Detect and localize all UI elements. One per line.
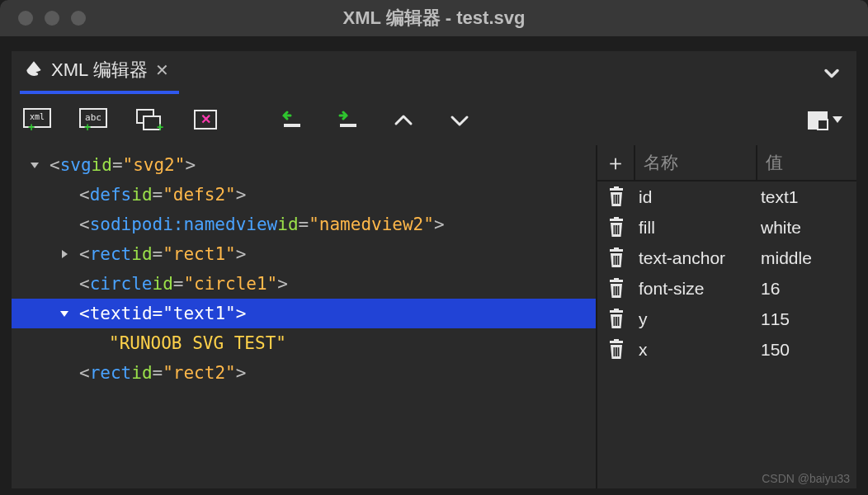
unindent-node-button[interactable] [274,103,309,138]
element-attr-value: "defs2" [163,185,236,205]
tree-row[interactable]: <sodipodi:namedview id="namedview2"> [12,210,596,239]
tree-row[interactable]: <circle id="circle1"> [12,269,596,299]
element-attr-value: "namedview2" [309,214,434,234]
svg-rect-36 [614,309,619,311]
svg-rect-29 [618,256,620,265]
tab-row: XML 编辑器 ✕ [12,51,856,96]
tree-row[interactable]: <rect id="rect1"> [12,239,596,269]
element-attr-name: id [153,274,173,294]
svg-rect-24 [618,225,620,234]
expand-toggle-icon[interactable] [56,305,73,322]
svg-rect-41 [614,339,619,342]
delete-attribute-icon[interactable] [597,248,635,269]
move-node-up-button[interactable] [386,103,421,138]
expand-toggle-icon [56,216,73,233]
close-window-button[interactable] [18,11,33,26]
tab-label: XML 编辑器 [51,58,148,82]
tree-row[interactable]: "RUNOOB SVG TEST" [12,328,596,358]
expand-toggle-icon[interactable] [26,157,43,173]
expand-toggle-icon [56,186,73,203]
attribute-name: text-anchor [635,248,757,268]
watermark: CSDN @baiyu33 [762,472,850,485]
titlebar: XML 编辑器 - test.svg [0,0,868,36]
tree-row[interactable]: <defs id="defs2"> [12,180,596,210]
attr-header-name: 名称 [635,145,757,180]
element-tag: rect [90,244,132,264]
svg-rect-19 [618,195,620,204]
attribute-name: fill [635,218,757,238]
element-attr-value: "svg2" [123,155,186,175]
attribute-value: middle [757,248,856,268]
element-attr-name: id [92,155,112,175]
svg-rect-11 [284,124,300,127]
delete-attribute-icon[interactable] [597,339,635,361]
svg-rect-28 [616,256,617,265]
expand-toggle-icon[interactable] [56,246,73,262]
attribute-row[interactable]: y115 [597,304,856,334]
delete-attribute-icon[interactable] [597,217,635,238]
expand-toggle-icon [86,335,102,351]
attribute-name: x [635,340,757,360]
element-attr-name: id [131,185,152,205]
minimize-window-button[interactable] [45,11,59,26]
new-text-node-button[interactable]: abc + [76,103,111,138]
svg-rect-37 [614,317,616,326]
panel-menu-button[interactable] [815,57,848,90]
svg-rect-17 [614,195,616,204]
attribute-value: 16 [757,279,856,299]
attribute-row[interactable]: fillwhite [597,212,856,243]
tree-row[interactable]: <svg id="svg2"> [12,150,596,180]
element-tag: sodipodi:namedview [90,214,278,234]
element-attr-name: id [131,244,152,264]
zoom-window-button[interactable] [71,11,86,26]
indent-node-button[interactable] [330,103,365,138]
attribute-row[interactable]: idtext1 [597,182,856,212]
element-attr-name: id [277,214,298,234]
duplicate-node-button[interactable]: + [132,103,167,138]
tree-row[interactable]: <rect id="rect2"> [12,358,596,388]
svg-rect-12 [340,124,356,127]
attribute-row[interactable]: text-anchormiddle [597,243,856,273]
layout-toggle-button[interactable] [802,103,848,138]
svg-rect-14 [818,120,828,130]
element-attr-value: "rect1" [163,244,236,264]
element-tag: defs [90,185,132,205]
attribute-value: 115 [757,309,856,329]
expand-toggle-icon [56,365,73,381]
close-tab-icon[interactable]: ✕ [154,62,171,78]
svg-text:+: + [28,120,35,133]
attribute-row[interactable]: font-size16 [597,273,856,304]
element-attr-value: "circle1" [183,274,277,294]
attribute-value: 150 [757,340,856,360]
element-tag: rect [90,363,132,383]
inkscape-icon [23,59,45,81]
element-tag: text [90,304,132,323]
svg-rect-43 [616,347,617,356]
attribute-header: ＋ 名称 值 [597,145,856,182]
svg-rect-32 [614,286,616,295]
svg-rect-16 [614,186,619,189]
element-attr-value: "text1" [163,304,236,323]
new-element-node-button[interactable]: xml + [20,103,54,138]
element-attr-name: id [131,304,152,323]
tab-xml-editor[interactable]: XML 编辑器 ✕ [20,53,179,94]
svg-rect-31 [614,278,619,280]
delete-node-button[interactable]: ✕ [188,103,223,138]
add-attribute-button[interactable]: ＋ [597,145,635,180]
delete-attribute-icon[interactable] [597,278,635,299]
svg-rect-44 [618,347,620,356]
move-node-down-button[interactable] [442,103,477,138]
element-attr-name: id [131,363,152,383]
toolbar: xml + abc + + [12,96,856,145]
delete-attribute-icon[interactable] [597,186,635,208]
tree-row[interactable]: <text id="text1"> [12,299,596,328]
svg-text:✕: ✕ [200,112,211,126]
text-node: "RUNOOB SVG TEST" [109,333,286,353]
element-tag: circle [90,274,153,294]
attribute-row[interactable]: x150 [597,334,856,365]
window-controls [0,11,86,26]
delete-attribute-icon[interactable] [597,309,635,330]
xml-tree[interactable]: <svg id="svg2"><defs id="defs2"><sodipod… [12,145,596,488]
attribute-name: id [635,187,757,207]
element-attr-value: "rect2" [163,363,236,383]
